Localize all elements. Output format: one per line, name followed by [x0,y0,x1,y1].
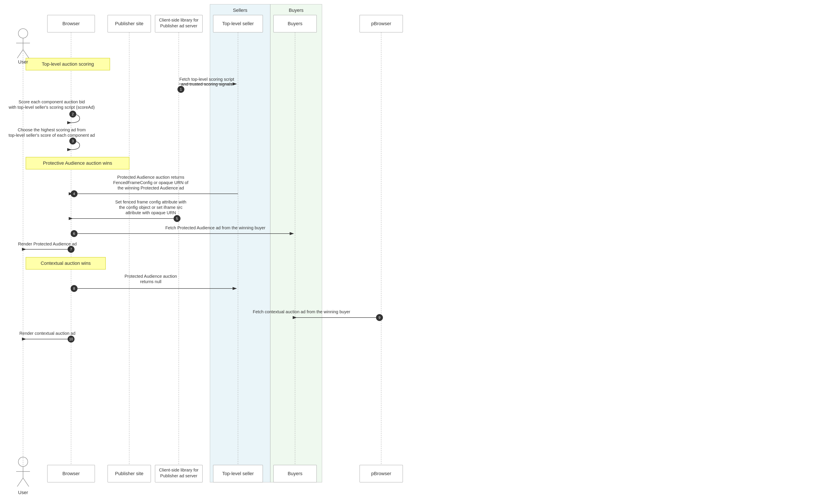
svg-point-81 [18,457,28,466]
svg-point-51 [67,246,75,253]
svg-text:3: 3 [72,139,74,143]
svg-rect-3 [270,4,322,482]
svg-text:FencedFrameConfig or opaque UR: FencedFrameConfig or opaque URN of [113,180,188,185]
svg-text:Score each component auction b: Score each component auction bid [18,99,85,104]
browser-bottom-label: Browser [62,471,80,476]
svg-text:attribute with opaque URN: attribute with opaque URN [126,210,176,215]
svg-text:1: 1 [180,88,182,91]
svg-text:9: 9 [379,316,381,319]
svg-text:top-level seller's score of ea: top-level seller's score of each compone… [9,133,95,138]
svg-text:6: 6 [73,232,75,236]
buyers-top-label: Buyers [288,21,302,26]
svg-text:Render Protected Audience ad: Render Protected Audience ad [18,242,77,246]
pbrowser-top-label: pBrowser [371,21,391,26]
svg-point-76 [18,29,28,38]
svg-rect-74 [274,465,317,482]
publisher-site-bottom-label: Publisher site [115,471,143,476]
diagram-svg: Sellers Buyers Browser Publisher site Cl… [0,0,827,504]
svg-text:and trusted scoring signals: and trusted scoring signals [181,82,232,87]
svg-text:Fetch contextual auction ad fr: Fetch contextual auction ad from the win… [253,309,350,314]
svg-text:8: 8 [73,287,75,291]
svg-rect-6 [155,15,202,32]
svg-rect-75 [360,465,403,482]
top-seller-top-label: Top-level seller [222,21,254,26]
svg-text:Publisher ad server: Publisher ad server [160,473,197,478]
svg-rect-10 [360,15,403,32]
svg-rect-70 [155,465,202,482]
svg-text:with top-level seller's scorin: with top-level seller's scoring script (… [8,105,95,110]
svg-text:2: 2 [72,112,74,116]
user-bottom-label: User [18,490,28,495]
svg-text:Protected Audience auction: Protected Audience auction [125,274,177,279]
svg-text:the winning Protected Audience: the winning Protected Audience ad [117,186,184,190]
svg-point-65 [67,336,75,343]
svg-point-26 [69,111,76,117]
note-protective-audience: Protective Audience auction wins [43,160,112,166]
svg-point-57 [70,285,78,292]
browser-top-label: Browser [62,21,80,26]
svg-text:5: 5 [176,217,178,220]
note-top-level-auction: Top-level auction scoring [42,61,94,67]
svg-point-43 [174,215,181,222]
svg-rect-5 [108,15,151,32]
svg-line-85 [23,478,29,487]
svg-point-30 [69,138,76,145]
svg-rect-2 [210,4,270,482]
svg-rect-9 [274,15,317,32]
svg-rect-18 [26,58,110,70]
buyers-group-label: Buyers [289,7,303,13]
sellers-group-label: Sellers [233,7,247,13]
note-contextual-auction: Contextual auction wins [41,260,91,266]
svg-text:7: 7 [70,248,72,251]
svg-rect-53 [26,257,105,269]
svg-text:the config object or set ifram: the config object or set iframe src [119,205,183,210]
svg-line-80 [23,50,29,58]
svg-text:Fetch top-level scoring script: Fetch top-level scoring script [180,77,234,82]
diagram-container: Sellers Buyers Browser Publisher site Cl… [0,0,827,504]
svg-text:Set fenced frame config attrib: Set fenced frame config attribute with [115,200,186,204]
user-top-label: User [18,59,28,64]
svg-rect-68 [47,465,95,482]
top-seller-bottom-label: Top-level seller [222,471,254,476]
svg-line-79 [17,50,23,58]
svg-text:10: 10 [69,337,73,341]
svg-point-61 [376,314,383,321]
svg-point-37 [70,190,78,197]
svg-text:Protected Audience auction ret: Protected Audience auction returns [117,175,184,180]
svg-text:Publisher ad server: Publisher ad server [160,23,197,28]
svg-text:Client-side library for: Client-side library for [159,468,199,472]
svg-rect-8 [213,15,263,32]
publisher-site-top-label: Publisher site [115,21,143,26]
svg-text:Choose the highest scoring ad : Choose the highest scoring ad from [18,128,86,132]
svg-text:Fetch Protected Audience ad fr: Fetch Protected Audience ad from the win… [165,225,265,230]
pbrowser-bottom-label: pBrowser [371,471,391,476]
svg-point-22 [178,86,184,93]
svg-text:Render contextual auction ad: Render contextual auction ad [19,331,76,336]
svg-text:4: 4 [73,192,75,196]
svg-rect-4 [47,15,95,32]
svg-rect-73 [213,465,263,482]
svg-point-47 [70,230,78,237]
svg-rect-32 [26,157,129,169]
svg-line-84 [17,478,23,487]
buyers-bottom-label: Buyers [288,471,302,476]
client-lib-top-label: Client-side library for [159,18,199,22]
svg-rect-69 [108,465,151,482]
svg-text:returns null: returns null [140,279,161,284]
